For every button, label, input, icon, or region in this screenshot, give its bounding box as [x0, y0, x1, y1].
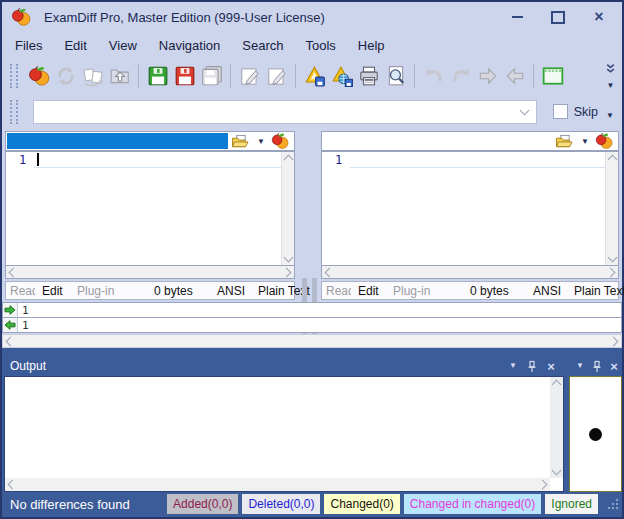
save-differences-as-html-button[interactable] [328, 62, 355, 90]
left-editor-body[interactable]: 1 [6, 152, 281, 265]
scroll-right-icon[interactable] [606, 267, 616, 277]
close-icon: × [547, 360, 555, 373]
scroll-down-icon[interactable] [607, 253, 617, 263]
output-panel-content[interactable] [4, 376, 564, 492]
scroll-up-icon[interactable] [552, 380, 562, 390]
save-differences-button[interactable] [301, 62, 328, 90]
minimize-button[interactable] [502, 7, 532, 27]
diff-line-row-first: 1 [2, 302, 622, 318]
side-panel-header[interactable]: ▼ × [569, 356, 622, 376]
next-difference-button[interactable] [474, 62, 501, 90]
left-file-pane: ▼ 1 Read Edit Plu [2, 129, 298, 302]
left-plugin-indicator: Plug-in [77, 284, 114, 298]
swap-panes-button[interactable] [79, 62, 106, 90]
left-vertical-scrollbar[interactable] [281, 152, 294, 265]
left-open-file-button[interactable] [231, 134, 250, 149]
right-vertical-scrollbar[interactable] [605, 152, 618, 265]
side-panel-close-button[interactable]: × [608, 359, 620, 373]
close-button[interactable]: × [584, 7, 614, 27]
print-button[interactable] [355, 62, 382, 90]
output-close-button[interactable]: × [545, 359, 557, 373]
right-filename-box[interactable] [323, 133, 552, 149]
scroll-up-icon[interactable] [283, 155, 293, 165]
left-file-dropdown-button[interactable]: ▼ [257, 137, 265, 146]
dropdown-icon: ▼ [576, 362, 584, 370]
maximize-button[interactable] [543, 7, 573, 27]
side-panel-pin-button[interactable] [591, 359, 603, 373]
open-files-button[interactable] [106, 62, 133, 90]
left-compare-button[interactable] [271, 131, 289, 151]
right-open-file-button[interactable] [555, 134, 574, 149]
output-vertical-scrollbar[interactable] [550, 377, 563, 478]
menu-help[interactable]: Help [347, 34, 396, 57]
toolbar-overflow-button[interactable] [605, 60, 616, 78]
save-second-button[interactable] [171, 62, 198, 90]
side-panel-menu-button[interactable]: ▼ [574, 359, 586, 373]
right-edit-indicator: Edit [358, 284, 379, 298]
copy-to-right-button[interactable] [3, 303, 18, 317]
output-menu-button[interactable]: ▼ [507, 359, 519, 373]
left-editor[interactable]: 1 [5, 151, 295, 266]
side-panel-content[interactable] [569, 376, 622, 492]
scroll-left-icon[interactable] [325, 267, 335, 277]
status-badge: Added(0,0) [167, 494, 238, 514]
filter-combobox[interactable] [33, 100, 537, 124]
scroll-right-icon[interactable] [609, 336, 619, 346]
left-filename-box[interactable] [7, 133, 228, 149]
title-bar: ExamDiff Pro, Master Edition (999-User L… [2, 2, 622, 32]
scroll-up-icon[interactable] [607, 155, 617, 165]
menu-navigation[interactable]: Navigation [148, 34, 231, 57]
menu-view[interactable]: View [98, 34, 148, 57]
edit-first-file-button[interactable] [236, 62, 263, 90]
green-arrow-right-icon [4, 305, 16, 315]
menu-edit[interactable]: Edit [53, 34, 97, 57]
edit-second-file-button[interactable] [263, 62, 290, 90]
toolbar-options-button[interactable]: ▼ [607, 82, 615, 90]
previous-difference-button[interactable] [501, 62, 528, 90]
compare-icon [271, 131, 289, 151]
scroll-right-icon[interactable] [538, 480, 548, 490]
print-preview-button[interactable] [382, 62, 409, 90]
right-editor[interactable]: 1 [321, 151, 619, 266]
filter-toolbar-options-button[interactable]: ▼ [606, 112, 614, 120]
scroll-right-icon[interactable] [282, 267, 292, 277]
minimize-icon [512, 16, 523, 18]
right-horizontal-scrollbar[interactable] [321, 266, 619, 279]
left-horizontal-scrollbar[interactable] [5, 266, 295, 279]
scroll-left-icon[interactable] [8, 480, 18, 490]
menu-search[interactable]: Search [231, 34, 294, 57]
copy-to-left-button[interactable] [3, 318, 18, 332]
save-differences-icon [304, 65, 326, 87]
green-arrow-left-icon [4, 320, 16, 330]
skip-checkbox[interactable] [553, 104, 568, 119]
toolbar-grip[interactable] [10, 100, 18, 124]
show-file-panes-button[interactable] [539, 62, 566, 90]
right-compare-button[interactable] [595, 131, 613, 151]
examdiff-window: ExamDiff Pro, Master Edition (999-User L… [0, 0, 624, 519]
text-caret [37, 153, 39, 166]
window-title: ExamDiff Pro, Master Edition (999-User L… [44, 10, 325, 25]
output-horizontal-scrollbar[interactable] [5, 478, 550, 491]
menu-tools[interactable]: Tools [294, 34, 346, 57]
scroll-left-icon[interactable] [9, 267, 19, 277]
resize-grip[interactable] [606, 496, 619, 514]
right-file-dropdown-button[interactable]: ▼ [581, 137, 589, 146]
output-panel-header[interactable]: Output ▼ × [2, 356, 564, 376]
diff-line-row-second: 1 [2, 317, 622, 333]
save-both-button[interactable] [198, 62, 225, 90]
toolbar-grip[interactable] [10, 64, 18, 88]
menu-files[interactable]: Files [4, 34, 53, 57]
scroll-down-icon[interactable] [552, 466, 562, 476]
save-first-button[interactable] [144, 62, 171, 90]
scroll-down-icon[interactable] [283, 253, 293, 263]
recompare-button[interactable] [52, 62, 79, 90]
redo-button[interactable] [447, 62, 474, 90]
scroll-left-icon[interactable] [6, 336, 16, 346]
right-file-pane: ▼ 1 Read Edit Plug-in [318, 129, 622, 302]
status-bar: No differences found Added(0,0)Deleted(0… [2, 492, 622, 517]
diff-horizontal-scrollbar[interactable] [2, 334, 622, 348]
right-editor-body[interactable]: 1 [322, 152, 605, 265]
compare-button[interactable] [25, 62, 52, 90]
output-pin-button[interactable] [526, 359, 538, 373]
undo-button[interactable] [420, 62, 447, 90]
